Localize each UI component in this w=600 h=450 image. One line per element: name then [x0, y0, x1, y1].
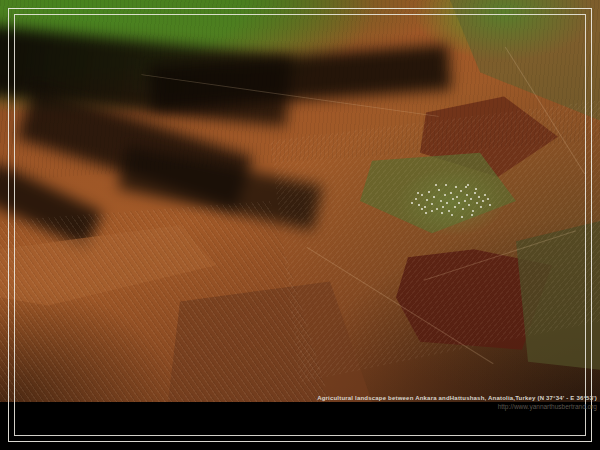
sheep-dots — [405, 176, 407, 178]
photo-caption: Agricultural landscape between Ankara an… — [317, 395, 597, 410]
sheep-flock — [405, 176, 497, 228]
wallpaper-canvas: Agricultural landscape between Ankara an… — [0, 0, 600, 450]
caption-title: Agricultural landscape between Ankara an… — [317, 395, 597, 402]
photo-credit-url: http://www.yannarthusbertrand.org — [317, 403, 597, 410]
aerial-photo-anatolia-fields — [0, 0, 600, 402]
